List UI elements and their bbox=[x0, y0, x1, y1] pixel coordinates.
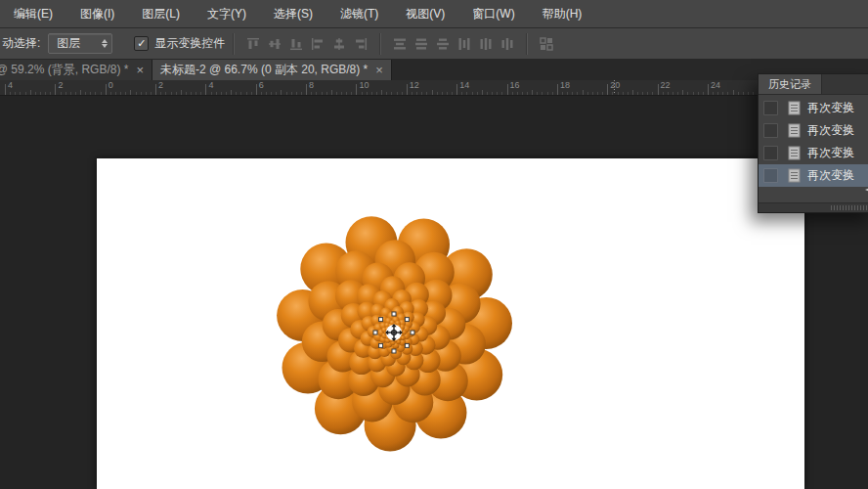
dist-bottom-icon[interactable] bbox=[432, 34, 454, 54]
align-buttons-group bbox=[242, 34, 371, 54]
document-tab-0[interactable]: @ 59.2% (背景, RGB/8) *× bbox=[0, 60, 152, 80]
ruler-tick bbox=[160, 92, 161, 95]
ruler-tick bbox=[101, 92, 102, 95]
ruler-tick bbox=[356, 84, 357, 95]
ruler-tick bbox=[141, 92, 142, 95]
auto-align-layers-icon[interactable] bbox=[536, 34, 557, 54]
ruler-tick bbox=[618, 92, 619, 95]
align-right-icon[interactable] bbox=[350, 34, 371, 54]
align-hcenter-icon[interactable] bbox=[328, 34, 350, 54]
tab-close-icon[interactable]: × bbox=[375, 64, 383, 76]
ruler-tick bbox=[176, 92, 177, 95]
ruler-tick bbox=[537, 92, 538, 95]
ruler-tick bbox=[316, 92, 317, 95]
ruler-tick bbox=[186, 92, 187, 95]
ruler-tick bbox=[216, 92, 217, 95]
dist-top-icon[interactable] bbox=[389, 34, 411, 54]
ruler-tick bbox=[211, 92, 212, 95]
ruler-label: 2 bbox=[58, 80, 63, 90]
ruler-tick bbox=[477, 92, 478, 95]
ruler-tick bbox=[567, 92, 568, 95]
ruler-tick bbox=[120, 92, 121, 95]
ruler-tick bbox=[442, 92, 443, 95]
ruler-tick bbox=[552, 92, 553, 95]
auto-select-mode-dropdown[interactable]: 图层 bbox=[48, 33, 112, 54]
history-brush-well[interactable] bbox=[763, 101, 778, 115]
history-entry-3[interactable]: 再次变换 bbox=[759, 164, 868, 187]
history-entry-1[interactable]: 再次变换 bbox=[759, 119, 868, 142]
history-entry-label: 再次变换 bbox=[807, 167, 854, 184]
tab-close-icon[interactable]: × bbox=[136, 64, 144, 76]
ruler-tick bbox=[501, 92, 502, 95]
history-entry-2[interactable]: 再次变换 bbox=[759, 142, 868, 164]
menu-item-8[interactable]: 帮助(H) bbox=[529, 1, 596, 27]
history-entry-label: 再次变换 bbox=[807, 100, 854, 116]
ruler-tick bbox=[461, 92, 462, 95]
ruler-label: 16 bbox=[510, 80, 520, 90]
ruler-tick bbox=[70, 92, 71, 95]
align-left-icon[interactable] bbox=[307, 34, 328, 54]
ruler-tick bbox=[507, 84, 508, 95]
history-panel-tab[interactable]: 历史记录 bbox=[759, 74, 822, 94]
panel-options-partial-icon[interactable] bbox=[864, 182, 868, 201]
document-canvas[interactable] bbox=[97, 158, 804, 489]
ruler-tick bbox=[221, 92, 222, 95]
dist-right-icon[interactable] bbox=[497, 34, 518, 54]
ruler-tick bbox=[200, 92, 201, 95]
ruler-tick bbox=[677, 92, 678, 95]
ruler-tick bbox=[276, 92, 277, 95]
align-vcenter-icon[interactable] bbox=[264, 34, 285, 54]
checkmark-icon: ✓ bbox=[137, 38, 146, 49]
ruler-tick bbox=[346, 92, 347, 95]
history-entries-list: 再次变换再次变换再次变换再次变换 bbox=[759, 95, 868, 187]
ruler-tick bbox=[226, 92, 227, 95]
ruler-tick bbox=[165, 92, 166, 95]
ruler-tick bbox=[743, 92, 744, 95]
history-brush-well[interactable] bbox=[763, 168, 778, 183]
ruler-tick bbox=[151, 92, 152, 95]
show-transform-checkbox[interactable]: ✓ bbox=[134, 36, 149, 51]
ruler-tick bbox=[191, 92, 192, 95]
align-bottom-icon[interactable] bbox=[285, 34, 307, 54]
ruler-tick bbox=[527, 92, 528, 95]
dist-vcenter-icon[interactable] bbox=[411, 34, 432, 54]
ruler-tick bbox=[231, 90, 232, 95]
ruler-tick bbox=[326, 92, 327, 95]
panel-resize-grip[interactable] bbox=[831, 205, 868, 210]
ruler-tick bbox=[331, 90, 332, 95]
ruler-tick bbox=[452, 92, 453, 95]
menu-item-7[interactable]: 窗口(W) bbox=[458, 1, 528, 27]
align-top-icon[interactable] bbox=[242, 34, 264, 54]
history-entry-0[interactable]: 再次变换 bbox=[759, 97, 868, 119]
photoshop-window: 编辑(E)图像(I)图层(L)文字(Y)选择(S)滤镜(T)视图(V)窗口(W)… bbox=[0, 0, 868, 489]
ruler-tick bbox=[10, 92, 11, 95]
history-brush-well[interactable] bbox=[763, 123, 778, 138]
menu-item-3[interactable]: 文字(Y) bbox=[194, 1, 260, 27]
menu-item-2[interactable]: 图层(L) bbox=[128, 1, 194, 27]
ruler-tick bbox=[85, 92, 86, 95]
ruler-tick bbox=[632, 90, 633, 95]
ruler-tick bbox=[698, 92, 699, 95]
ruler-tick bbox=[90, 92, 91, 95]
ruler-tick bbox=[416, 92, 417, 95]
horizontal-ruler[interactable]: 4202468101214161820222426 bbox=[0, 80, 868, 96]
ruler-label: 4 bbox=[8, 80, 13, 90]
menu-item-0[interactable]: 编辑(E) bbox=[0, 1, 66, 27]
ruler-tick bbox=[236, 92, 237, 95]
ruler-tick bbox=[733, 90, 734, 95]
ruler-tick bbox=[663, 92, 664, 95]
dist-hcenter-icon[interactable] bbox=[475, 34, 497, 54]
ruler-tick bbox=[693, 92, 694, 95]
document-tab-1[interactable]: 未标题-2 @ 66.7% (0 副本 20, RGB/8) *× bbox=[152, 60, 392, 80]
menu-item-1[interactable]: 图像(I) bbox=[66, 1, 128, 27]
menu-item-6[interactable]: 视图(V) bbox=[392, 1, 458, 27]
history-brush-well[interactable] bbox=[763, 146, 778, 160]
ruler-tick bbox=[155, 84, 156, 95]
ruler-tick bbox=[205, 84, 206, 95]
ruler-tick bbox=[421, 92, 422, 95]
history-panel-footer bbox=[759, 202, 868, 212]
menu-item-5[interactable]: 滤镜(T) bbox=[326, 1, 392, 27]
dist-left-icon[interactable] bbox=[454, 34, 475, 54]
menu-item-4[interactable]: 选择(S) bbox=[260, 1, 326, 27]
ruler-tick bbox=[407, 84, 408, 95]
